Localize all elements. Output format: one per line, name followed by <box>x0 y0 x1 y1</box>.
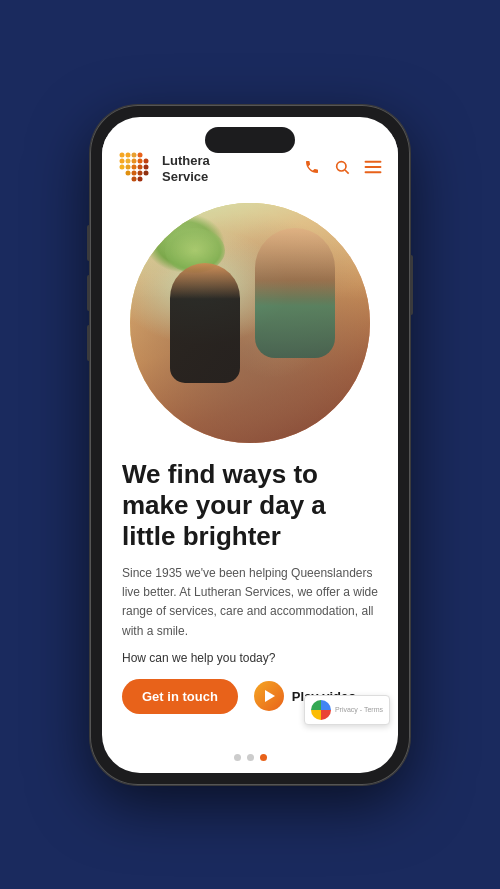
svg-point-1 <box>126 152 131 157</box>
svg-point-17 <box>144 170 149 175</box>
svg-point-15 <box>132 170 137 175</box>
recaptcha-text: Privacy - Terms <box>335 706 383 713</box>
hero-section <box>102 195 398 443</box>
play-triangle <box>265 690 275 702</box>
phone-icon[interactable] <box>304 159 320 179</box>
svg-point-2 <box>132 152 137 157</box>
svg-point-16 <box>138 170 143 175</box>
main-heading: We find ways to make your day a little b… <box>122 459 378 553</box>
help-question: How can we help you today? <box>122 651 378 665</box>
get-in-touch-button[interactable]: Get in touch <box>122 679 238 714</box>
dot-1[interactable] <box>234 754 241 761</box>
recaptcha-logo <box>311 700 331 720</box>
nav-icons <box>304 159 382 179</box>
svg-point-18 <box>132 176 137 181</box>
svg-point-19 <box>138 176 143 181</box>
svg-point-14 <box>126 170 131 175</box>
phone-screen: Luthera Service <box>102 117 398 773</box>
svg-point-6 <box>132 158 137 163</box>
svg-line-21 <box>345 170 349 174</box>
svg-point-0 <box>120 152 125 157</box>
dot-2[interactable] <box>247 754 254 761</box>
logo-icon <box>118 151 154 187</box>
body-text: Since 1935 we've been helping Queensland… <box>122 564 378 641</box>
svg-point-7 <box>138 158 143 163</box>
svg-point-10 <box>126 164 131 169</box>
dot-3-active[interactable] <box>260 754 267 761</box>
svg-point-13 <box>144 164 149 169</box>
svg-point-20 <box>337 161 346 170</box>
dot-indicators <box>102 746 398 773</box>
play-icon <box>254 681 284 711</box>
svg-point-12 <box>138 164 143 169</box>
svg-point-3 <box>138 152 143 157</box>
dynamic-island <box>205 127 295 153</box>
search-icon[interactable] <box>334 159 350 179</box>
menu-icon[interactable] <box>364 159 382 179</box>
recaptcha-badge: Privacy - Terms <box>304 695 390 725</box>
svg-point-11 <box>132 164 137 169</box>
hero-image <box>130 203 370 443</box>
hero-image-inner <box>130 203 370 443</box>
svg-point-9 <box>120 164 125 169</box>
svg-point-4 <box>120 158 125 163</box>
logo-area: Luthera Service <box>118 151 296 187</box>
phone-frame: Luthera Service <box>90 105 410 785</box>
svg-point-5 <box>126 158 131 163</box>
logo-text: Luthera Service <box>162 153 210 184</box>
svg-point-8 <box>144 158 149 163</box>
